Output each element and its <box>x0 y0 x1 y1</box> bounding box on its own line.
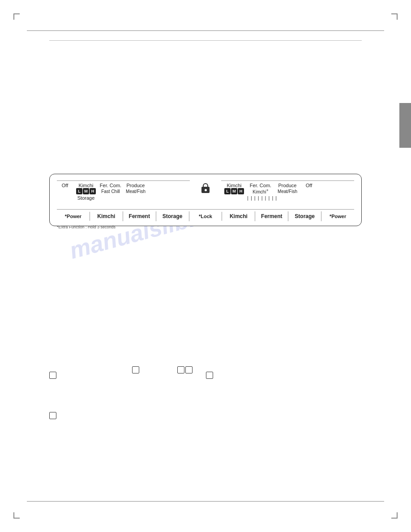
right-sub-row: L M H Kimchi+ Meat/Fish <box>221 188 354 194</box>
btn-power-right[interactable]: *Power <box>321 212 354 221</box>
left-labels-row: Off Kimchi Fer. Com. Produce <box>57 183 190 188</box>
border-bottom-line <box>27 501 384 502</box>
btn-kimchi-right[interactable]: Kimchi <box>222 211 255 221</box>
sidebar-tab <box>399 103 411 148</box>
corner-mark-tl <box>13 13 20 20</box>
badge-h: H <box>90 188 96 194</box>
badge-m: M <box>83 188 89 194</box>
sub-meatfish: Meat/Fish <box>122 189 149 194</box>
left-sub-row: L M H Fast Chill Meat/Fish <box>57 188 190 194</box>
storage-label: Storage <box>73 195 99 201</box>
label-off: Off <box>57 183 73 188</box>
btn-kimchi-left[interactable]: Kimchi <box>90 211 123 221</box>
border-top-line <box>27 30 384 31</box>
r-badge-m: M <box>231 188 237 194</box>
btn-power-left[interactable]: *Power <box>57 212 90 221</box>
extra-function-note: *Extra Function : Hold 3 seconds <box>57 225 116 229</box>
r-sub-kimchiplus: Kimchi+ <box>247 188 274 194</box>
sub-fastchill: Fast Chill <box>99 189 122 194</box>
double-sq-left <box>177 366 184 373</box>
right-top-line <box>221 180 354 181</box>
label-kimchi: Kimchi <box>73 183 99 188</box>
lmh-badge-right: L M H <box>224 188 244 194</box>
label-fercom: Fer. Com. <box>99 183 122 188</box>
sub-kimchi: L M H <box>73 188 99 194</box>
indicator-square-1 <box>49 372 56 379</box>
label-produce: Produce <box>122 183 149 188</box>
panel-buttons-wrapper: *Power Kimchi Ferment Storage *Lock Kimc… <box>57 209 354 221</box>
badge-l: L <box>76 188 82 194</box>
indicator-square-2 <box>206 372 213 379</box>
right-labels-row: Kimchi Fer. Com. Produce Off <box>221 183 354 188</box>
lock-top <box>203 183 208 187</box>
r-label-kimchi: Kimchi <box>221 183 247 188</box>
r-label-off: Off <box>301 183 317 188</box>
btn-storage-left[interactable]: Storage <box>156 211 189 221</box>
indicator-square-3 <box>49 412 56 419</box>
lock-hole <box>205 189 207 191</box>
center-lock-area <box>190 180 221 193</box>
corner-mark-bl <box>13 512 20 519</box>
lmh-badge-left: L M H <box>76 188 96 194</box>
btn-lock[interactable]: *Lock <box>189 212 223 221</box>
r-label-produce: Produce <box>274 183 301 188</box>
r-badge-l: L <box>224 188 231 194</box>
lock-icon <box>201 183 210 193</box>
left-top-line <box>57 180 190 181</box>
btn-ferment-left[interactable]: Ferment <box>123 211 156 221</box>
lock-body <box>201 187 210 193</box>
right-bar-row: | | | | | | | | | <box>221 194 354 201</box>
corner-mark-tr <box>391 13 398 20</box>
r-sub-lmh: L M H <box>221 188 247 194</box>
double-square-group <box>177 366 193 373</box>
r-label-fercom: Fer. Com. <box>247 183 274 188</box>
btn-ferment-right[interactable]: Ferment <box>255 211 288 221</box>
left-storage-row: Storage <box>57 194 190 201</box>
corner-mark-br <box>391 512 398 519</box>
bar-indicator: | | | | | | | | | <box>247 195 277 201</box>
r-badge-h: H <box>238 188 244 194</box>
btn-storage-right[interactable]: Storage <box>288 211 321 221</box>
r-sub-meatfish: Meat/Fish <box>274 189 301 194</box>
panel-buttons-row: *Power Kimchi Ferment Storage *Lock Kimc… <box>57 209 354 221</box>
right-display: Kimchi Fer. Com. Produce Off L M H Kimch… <box>221 180 354 201</box>
control-panel: Off Kimchi Fer. Com. Produce L M H Fast … <box>49 174 362 226</box>
single-square-below-ferment <box>132 366 139 373</box>
top-separator-line <box>49 40 362 41</box>
left-display: Off Kimchi Fer. Com. Produce L M H Fast … <box>57 180 190 201</box>
panel-display-row: Off Kimchi Fer. Com. Produce L M H Fast … <box>57 180 354 207</box>
double-sq-right <box>185 366 193 373</box>
